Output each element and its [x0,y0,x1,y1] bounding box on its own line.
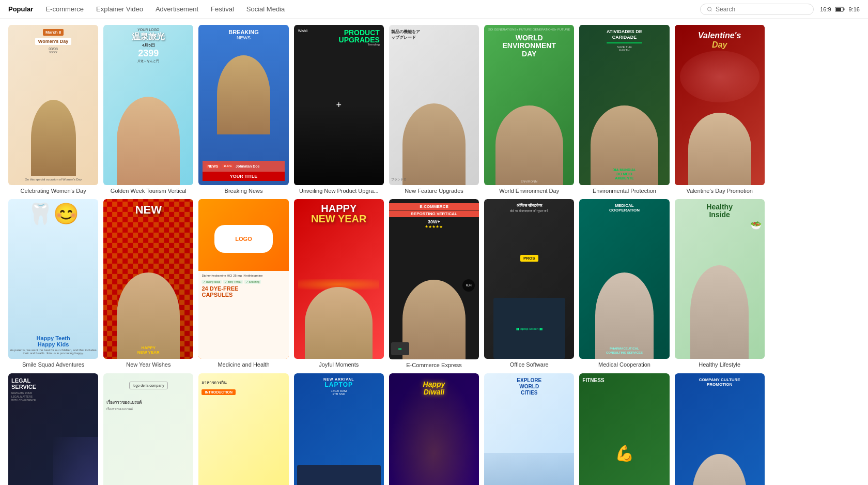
card-label: World Environment Day [484,188,574,194]
card-label: Medical Cooperation [579,361,669,368]
card-medicine[interactable]: LOGO Diphenhydramine HCI 25 mg | Antihis… [198,199,288,368]
card-legal[interactable]: LEGAL SERVICE NAVIGATE YOURLEGAL MATTERS… [8,373,98,486]
card-diwali[interactable]: Happy Diwali 🎆✨🪔 Happy Diwali [389,373,479,486]
tab-festival[interactable]: Festival [211,4,234,14]
tab-ecommerce[interactable]: E-commerce [45,4,84,14]
svg-rect-3 [843,8,844,10]
search-icon [707,6,712,12]
card-intro[interactable]: อาหารการกิน INTRODUCTION Introduction [198,373,288,486]
header-right: 16:9 9:16 [700,4,860,15]
grid-container: March 8 Women's Day 03/08 XXXX On this s… [0,19,868,485]
card-new-year[interactable]: NEW HAPPY NEW YEAR New Year Wishes [103,199,193,368]
status-bar: 16:9 9:16 [820,6,860,12]
tab-explainer[interactable]: Explainer Video [96,4,143,14]
card-label: E-Commerce Express [389,362,479,368]
search-bar[interactable] [700,4,814,15]
card-smile-squad[interactable]: 🦷😊 Happy Teeth Happy Kids As parents, we… [8,199,98,368]
card-label: Valentine's Day Promotion [675,188,765,194]
card-world-cities[interactable]: EXPLORE WORLD CITIES ✈️🌍 Explore World C… [484,373,574,486]
tab-popular[interactable]: Popular [8,4,33,14]
card-label: Breaking News [198,188,288,194]
card-valentines[interactable]: Valentine's Day Valentine's Day Promotio… [675,25,765,194]
card-label: Smile Squad Adventures [8,361,98,368]
card-label: Healthy Lifestyle [675,361,765,368]
card-label: Medicine and Health [198,361,288,368]
row-3: LEGAL SERVICE NAVIGATE YOURLEGAL MATTERS… [8,373,860,486]
card-fitness[interactable]: 💪 FITNESS Fitness [579,373,669,486]
card-new-feature[interactable]: 製品の機能をアップグレード ブランドロ New Feature Upgrades [389,25,479,194]
card-joyful[interactable]: HAPPY NEW YEAR Joyful Moments [294,199,384,368]
card-laptop[interactable]: NEW ARRIVAL LAPTOP 16GB RAM 1TB SSD 💻 la… [294,373,384,486]
card-logo-brand[interactable]: logo de la company เรื่องราวของแบรนด์ เร… [103,373,193,486]
row-2: 🦷😊 Happy Teeth Happy Kids As parents, we… [8,199,860,368]
card-breaking-news[interactable]: BREAKING NEWS NEWS ●LIVE Johnatan Doe YO… [198,25,288,194]
header: Popular E-commerce Explainer Video Adver… [0,0,868,19]
card-label: Golden Week Tourism Vertical [103,188,193,194]
card-label: New Year Wishes [103,361,193,368]
card-healthy[interactable]: Healthy Inside 🥗 Healthy Lifestyle [675,199,765,368]
card-ecommerce-express[interactable]: E-COMMERCE REPORTING VERTICAL 30W+ ★★★★★… [389,199,479,368]
nav-tabs: Popular E-commerce Explainer Video Adver… [8,4,700,14]
card-label: Environmental Protection [579,188,669,194]
card-environment-day[interactable]: SIX GENERATIONS+ FUTURE GENERATIONS+ FUT… [484,25,574,194]
card-label: Joyful Moments [294,361,384,368]
card-golden-week[interactable]: YOUR LOGO 温泉旅光 4月5日 2399 片道～なんと円 Golden … [103,25,193,194]
card-womens-day[interactable]: March 8 Women's Day 03/08 XXXX On this s… [8,25,98,194]
card-label: Celebrating Women's Day [8,188,98,194]
card-medical-coop[interactable]: MEDICAL COOPERATION PHARMACEUTICAL CONSU… [579,199,669,368]
card-company-culture[interactable]: COMPANY CULTURE PROMOTION Company Cultur… [675,373,765,486]
battery-icon [835,7,845,12]
row-1: March 8 Women's Day 03/08 XXXX On this s… [8,25,860,194]
card-label: Unveiling New Product Upgra... [294,188,384,194]
card-office-sw[interactable]: ऑफिस सॉफ्टवेयर बोर्ड पर में उत्पादकता को… [484,199,574,368]
aspect-ratio: 16:9 [820,6,831,12]
card-env-protection[interactable]: ATIVIDADES DE CARIDADE SAVE THE EARTH DI… [579,25,669,194]
svg-rect-4 [836,8,841,11]
card-product-upgrade[interactable]: PRODUCT UPGRADES + Wishli Trending Unvei… [294,25,384,194]
card-label: New Feature Upgrades [389,188,479,194]
time-display: 9:16 [849,6,860,12]
svg-line-1 [711,10,712,11]
tab-social-media[interactable]: Social Media [246,4,285,14]
search-input[interactable] [716,6,807,13]
svg-point-0 [708,7,711,10]
tab-advertisement[interactable]: Advertisement [156,4,198,14]
card-label: Office Software [484,361,574,368]
